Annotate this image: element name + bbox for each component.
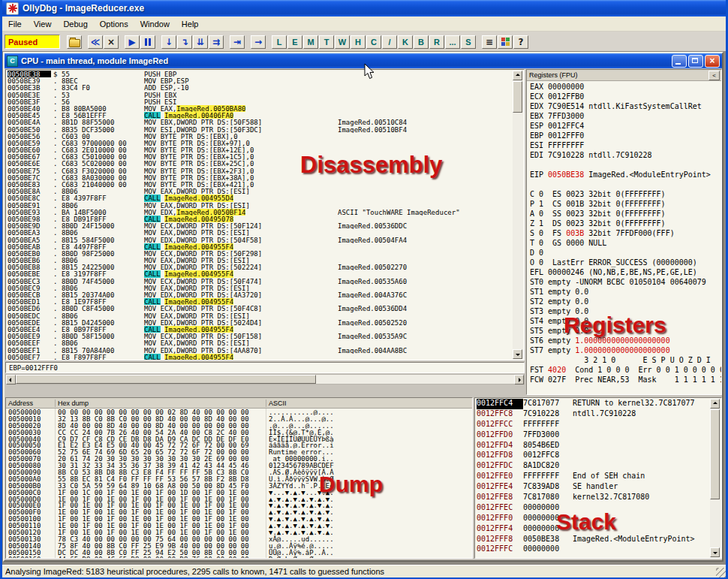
register-line[interactable]: ST6 empty 1.0000000000000000000 — [530, 336, 721, 346]
disasm-row[interactable]: 0050BE3F.56PUSH ESI — [8, 98, 512, 105]
stack-row[interactable]: 0012FFDC8A1DC820 — [477, 461, 709, 472]
disasm-row[interactable]: 0050BE93.BA 14BF5000MOV EDX,ImageRed.005… — [8, 209, 512, 216]
stack-row[interactable]: 0012FFE0FFFFFFFFEnd of SEH chain — [477, 472, 709, 482]
execute-till-return-button[interactable]: ⇥ — [230, 35, 245, 49]
disassembly-hscrollbar[interactable] — [5, 374, 525, 384]
scrollbar-thumb[interactable] — [16, 375, 316, 384]
register-line[interactable]: 3 2 1 0 E S P U O Z D I — [530, 356, 721, 366]
stack-row[interactable]: 0012FFF80050BE38ImageRed.<ModuleEntryPoi… — [477, 535, 709, 545]
disasm-row[interactable]: 0050BE40.B8 80BA5000MOV EAX,ImageRed.005… — [8, 105, 512, 112]
dump-row[interactable]: 0050008030 31 32 33 34 35 36 37 38 39 41… — [6, 462, 472, 469]
scroll-left-button[interactable] — [6, 375, 16, 384]
disasm-row[interactable]: 0050BE3B.83C4 F0ADD ESP,-10 — [8, 84, 512, 91]
stack-row[interactable]: 0012FFFC00000000 — [477, 544, 709, 555]
disasm-row[interactable]: 0050BEA3.8B06MOV EAX,DWORD PTR DS:[ESI] — [8, 229, 512, 236]
view-breakpoints-button[interactable]: B — [414, 35, 429, 49]
register-line[interactable]: ESP 0012FFC4 — [530, 122, 721, 131]
animate-into-button[interactable]: ⇊ — [193, 35, 208, 49]
close-button[interactable] — [705, 55, 720, 68]
register-line[interactable] — [530, 180, 721, 190]
register-line[interactable]: EDX 7C90E514 ntdll.KiFastSystemCallRet — [530, 102, 721, 112]
registers-collapse-button[interactable]: < — [708, 71, 720, 80]
scrollbar-thumb[interactable] — [710, 409, 720, 499]
disasm-row[interactable]: 0050BE91.8B06MOV EAX,DWORD PTR DS:[ESI] — [8, 202, 512, 209]
menu-file[interactable]: File — [2, 18, 28, 30]
scroll-down-button[interactable] — [710, 547, 720, 557]
register-line[interactable]: P 1 CS 001B 32bit 0(FFFFFFFF) — [530, 200, 721, 210]
disasm-row[interactable]: 0050BEB0.8B0D 98F25000MOV ECX,DWORD PTR … — [8, 250, 512, 257]
register-line[interactable]: ECX 0012FFB0 — [530, 92, 721, 102]
dump-row[interactable]: 0050001032 13 8B C0 8B C0 00 00 8D 40 00… — [6, 415, 472, 422]
menu-options[interactable]: Options — [94, 18, 134, 30]
dump-row[interactable]: 005000F01E 00 1F 00 1E 00 1F 00 1E 00 1F… — [6, 508, 472, 515]
dump-col-address[interactable]: Address — [6, 400, 56, 407]
go-to-address-button[interactable]: → — [251, 35, 266, 49]
menu-debug[interactable]: Debug — [57, 18, 93, 30]
disasm-row[interactable]: 0050BEE9.8B0D 58F15000MOV ECX,DWORD PTR … — [8, 333, 512, 339]
help-button[interactable]: ? — [513, 35, 528, 49]
disasm-row[interactable]: 0050BE3E.53PUSH EBX — [8, 92, 512, 98]
stack-row[interactable]: 0012FFE87C817080kernel32.7C817080 — [477, 493, 709, 503]
dump-row[interactable]: 005001101E 00 1F 00 1E 00 1F 00 1E 00 1F… — [6, 522, 472, 529]
restart-button[interactable]: ≪ — [88, 35, 103, 49]
disasm-row[interactable]: 0050BEDC.8B06MOV EAX,DWORD PTR DS:[ESI] — [8, 312, 512, 319]
register-line[interactable]: ST2 empty 0.0 — [530, 297, 721, 307]
register-line[interactable] — [530, 161, 721, 170]
disasm-row[interactable]: 0050BE8C.E8 4397F8FFCALL ImageRed.004955… — [8, 195, 512, 201]
close-program-button[interactable]: × — [104, 35, 119, 49]
scroll-down-button[interactable] — [513, 349, 522, 359]
disasm-row[interactable]: 0050BE45.E8 56B1EFFFCALL ImageRed.00406F… — [8, 112, 512, 119]
disasm-row[interactable]: 0050BEA5.8B15 584F5000MOV EDX,DWORD PTR … — [8, 237, 512, 243]
minimize-button[interactable] — [672, 55, 687, 68]
options-button[interactable]: ≡ — [482, 35, 497, 49]
dump-row[interactable]: 0050007020 61 74 20 30 30 30 30 30 30 30… — [6, 455, 472, 462]
register-line[interactable]: S 0 FS 003B 32bit 7FFDF000(FFF) — [530, 229, 721, 239]
maximize-button[interactable] — [688, 55, 703, 68]
stack-row[interactable]: 0012FFC87C910228ntdll.7C910228 — [477, 409, 709, 420]
view-run-trace-button[interactable]: ... — [445, 35, 460, 49]
dump-row[interactable]: 005000C01F 00 1C 00 1F 00 1E 00 1F 00 1D… — [6, 489, 472, 496]
register-line[interactable]: ST4 empty 0.0 — [530, 317, 721, 327]
cpu-title-bar[interactable]: C CPU - main thread, module ImageRed — [5, 53, 722, 68]
view-memory-button[interactable]: M — [303, 35, 318, 49]
register-line[interactable]: T 0 GS 0000 NULL — [530, 239, 721, 249]
pause-button[interactable] — [140, 35, 155, 49]
dump-row[interactable]: 00500150DC DC 40 00 8B C0 FF 25 94 E2 50… — [6, 549, 472, 556]
disasm-row[interactable]: 0050BED1.E8 1E97F8FFCALL ImageRed.004955… — [8, 298, 512, 305]
disasm-row[interactable]: 0050BE60.C683 2E010000 00MOV BYTE PTR DS… — [8, 146, 512, 153]
dump-row[interactable]: 0050000000 00 00 00 00 00 00 00 00 02 8D… — [6, 409, 472, 415]
open-file-button[interactable] — [67, 35, 82, 49]
disasm-row[interactable]: 0050BEF1.8B15 70A84A00MOV EDX,DWORD PTR … — [8, 347, 512, 354]
disasm-row[interactable]: 0050BEEF.8B06MOV EAX,DWORD PTR DS:[ESI] — [8, 339, 512, 346]
disasm-row[interactable]: 0050BE98.E8 DB91F8FFCALL ImageRed.004950… — [8, 216, 512, 222]
scroll-up-button[interactable] — [513, 71, 522, 80]
stack-row[interactable]: 0012FFD07FFD3000 — [477, 430, 709, 441]
register-line[interactable]: EIP 0050BE38 ImageRed.<ModuleEntryPoint> — [530, 170, 721, 180]
register-line[interactable]: ESI FFFFFFFF — [530, 141, 721, 151]
disasm-row[interactable]: 0050BE7C.C683 8A030000 00MOV BYTE PTR DS… — [8, 174, 512, 181]
disasm-row[interactable]: 0050BECB.8B15 20374A00MOV EDX,DWORD PTR … — [8, 291, 512, 298]
dump-row[interactable]: 0050006052 75 6E 74 69 6D 65 20 65 72 72… — [6, 448, 472, 455]
stack-row[interactable]: 0012FFD80012FFC8 — [477, 451, 709, 461]
register-line[interactable]: A 0 SS 0023 32bit 0(FFFFFFFF) — [530, 210, 721, 219]
dump-row[interactable]: 00500040C9 D7 CF C8 CD CE DB D8 DA D9 CA… — [6, 436, 472, 442]
disasm-row[interactable]: 0050BE38$55PUSH EBP — [8, 71, 512, 77]
disasm-row[interactable]: 0050BEB8.8B15 24225000MOV EDX,DWORD PTR … — [8, 264, 512, 270]
register-line[interactable]: EAX 00000000 — [530, 83, 721, 92]
dump-row[interactable]: 005000208D 40 00 00 8D 40 00 00 8D 40 00… — [6, 422, 472, 429]
dump-row[interactable]: 00500050E1 E2 E3 E4 E5 00 40 00 45 72 72… — [6, 442, 472, 448]
register-line[interactable]: ST5 empty 0.0 — [530, 327, 721, 336]
resize-grip[interactable] — [716, 568, 726, 577]
animate-over-button[interactable]: ⇉ — [209, 35, 224, 49]
view-references-button[interactable]: R — [429, 35, 444, 49]
disasm-row[interactable]: 0050BE75.C683 F3020000 00MOV BYTE PTR DS… — [8, 167, 512, 174]
disassembly-vscrollbar[interactable] — [513, 71, 523, 359]
disasm-row[interactable]: 0050BE67.C683 C5010000 00MOV BYTE PTR DS… — [8, 153, 512, 160]
view-threads-button[interactable]: T — [319, 35, 334, 49]
disasm-row[interactable]: 0050BEAB.E8 4497F8FFCALL ImageRed.004955… — [8, 243, 512, 250]
stack-row[interactable]: 0012FFD48054B6ED — [477, 441, 709, 451]
disasm-row[interactable]: 0050BEDE.8B15 D4245000MOV EDX,DWORD PTR … — [8, 319, 512, 326]
disasm-row[interactable]: 0050BEE4.E8 0B97F8FFCALL ImageRed.004955… — [8, 326, 512, 333]
disasm-row[interactable]: 0050BE8A.8B06MOV EAX,DWORD PTR DS:[ESI] — [8, 188, 512, 195]
disasm-row[interactable]: 0050BE39.8BECMOV EBP,ESP — [8, 77, 512, 84]
